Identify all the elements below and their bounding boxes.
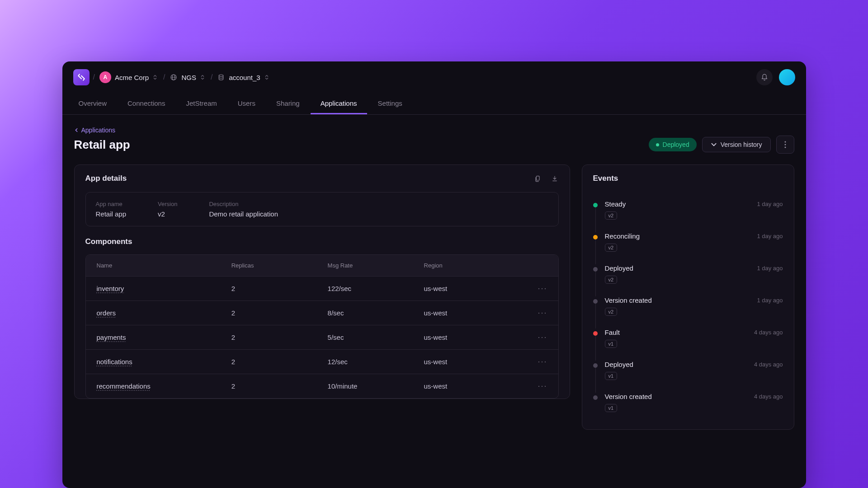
table-row: payments25/secus-west··· <box>86 325 558 349</box>
cell-actions: ··· <box>520 308 547 318</box>
cell-region: us-west <box>424 382 520 390</box>
detail-label: App name <box>96 201 127 207</box>
copy-button[interactable] <box>533 174 542 183</box>
card-action-icons <box>533 174 559 183</box>
event-dot-icon <box>593 203 598 207</box>
breadcrumb-account[interactable]: account_3 <box>217 73 270 81</box>
version-badge: v2 <box>605 308 618 316</box>
breadcrumb-org[interactable]: A Acme Corp <box>99 71 159 83</box>
right-pane: Events Steady1 day agov2Reconciling1 day… <box>582 164 794 430</box>
col-msgrate: Msg Rate <box>328 262 424 269</box>
env-label: NGS <box>181 74 196 81</box>
back-link[interactable]: Applications <box>74 127 794 134</box>
component-name-link[interactable]: inventory <box>97 285 231 292</box>
topbar-actions <box>756 69 795 85</box>
event-time: 1 day ago <box>757 265 783 272</box>
notifications-button[interactable] <box>756 69 773 85</box>
row-more-button[interactable]: ··· <box>538 381 547 391</box>
event-body: Version created4 days agov1 <box>605 393 783 412</box>
event-top: Deployed1 day ago <box>605 264 783 272</box>
nav-tab-applications[interactable]: Applications <box>311 93 367 114</box>
org-avatar: A <box>99 71 111 83</box>
download-button[interactable] <box>551 174 559 183</box>
cell-replicas: 2 <box>231 382 328 390</box>
version-history-button[interactable]: Version history <box>702 137 771 152</box>
cell-region: us-west <box>424 333 520 341</box>
component-name-link[interactable]: payments <box>97 333 231 341</box>
event-item: Deployed4 days agov1 <box>593 354 783 386</box>
cell-replicas: 2 <box>231 333 328 341</box>
row-more-button[interactable]: ··· <box>538 284 547 293</box>
row-more-button[interactable]: ··· <box>538 333 547 342</box>
nav-tab-jetstream[interactable]: JetStream <box>176 93 226 114</box>
event-name: Steady <box>605 200 626 208</box>
cell-region: us-west <box>424 358 520 366</box>
event-name: Deployed <box>605 361 633 368</box>
table-row: notifications212/secus-west··· <box>86 349 558 374</box>
detail-label: Description <box>209 201 278 207</box>
kebab-icon <box>784 141 786 148</box>
user-avatar[interactable] <box>779 69 795 85</box>
components-section: Components Name Replicas Msg Rate Region… <box>75 237 570 399</box>
org-label: Acme Corp <box>115 74 149 81</box>
events-card: Events Steady1 day agov2Reconciling1 day… <box>582 164 794 430</box>
col-replicas: Replicas <box>231 262 328 269</box>
cell-msgrate: 122/sec <box>328 285 424 292</box>
chevron-down-icon <box>711 141 717 148</box>
detail-version: Version v2 <box>158 201 177 218</box>
version-badge: v1 <box>605 372 618 380</box>
row-more-button[interactable]: ··· <box>538 308 547 318</box>
version-badge: v1 <box>605 404 618 412</box>
topbar: / A Acme Corp / NGS / <box>62 61 806 93</box>
breadcrumb-separator: / <box>211 73 212 81</box>
event-time: 4 days ago <box>754 361 783 368</box>
version-history-label: Version history <box>721 141 762 148</box>
page-title: Retail app <box>74 138 130 152</box>
left-pane: App details App name <box>74 164 570 430</box>
breadcrumb-separator: / <box>93 73 95 81</box>
event-time: 1 day ago <box>757 233 783 239</box>
nav-tab-sharing[interactable]: Sharing <box>266 93 310 114</box>
cell-actions: ··· <box>520 333 547 342</box>
nav-tab-connections[interactable]: Connections <box>118 93 175 114</box>
cell-msgrate: 5/sec <box>328 333 424 341</box>
event-top: Version created4 days ago <box>605 393 783 400</box>
table-row: orders28/secus-west··· <box>86 300 558 325</box>
chevron-updown-icon <box>200 74 206 80</box>
cell-actions: ··· <box>520 381 547 391</box>
breadcrumb-env[interactable]: NGS <box>170 73 206 81</box>
cell-msgrate: 8/sec <box>328 309 424 317</box>
chevron-updown-icon <box>152 74 159 80</box>
events-title: Events <box>593 174 618 183</box>
row-more-button[interactable]: ··· <box>538 357 547 366</box>
event-name: Reconciling <box>605 232 640 240</box>
nav-tab-settings[interactable]: Settings <box>368 93 412 114</box>
component-name-link[interactable]: recommendations <box>97 382 231 390</box>
component-name-link[interactable]: notifications <box>97 358 231 366</box>
cell-replicas: 2 <box>231 285 328 292</box>
panel-row: App details App name <box>74 164 794 430</box>
event-name: Version created <box>605 296 652 304</box>
detail-value: Demo retail application <box>209 210 278 218</box>
brand-logo[interactable] <box>73 69 90 85</box>
card-title: App details <box>85 174 127 183</box>
version-badge: v2 <box>605 276 618 284</box>
cell-region: us-west <box>424 309 520 317</box>
detail-app-name: App name Retail app <box>96 201 127 218</box>
nav-tab-users[interactable]: Users <box>228 93 265 114</box>
database-icon <box>217 73 225 81</box>
event-name: Version created <box>605 393 652 400</box>
breadcrumb-separator: / <box>163 73 165 81</box>
cell-replicas: 2 <box>231 309 328 317</box>
col-region: Region <box>424 262 520 269</box>
back-label: Applications <box>81 127 116 134</box>
event-dot-icon <box>593 395 598 400</box>
event-dot-icon <box>593 363 598 368</box>
event-name: Deployed <box>605 264 633 272</box>
component-name-link[interactable]: orders <box>97 309 231 317</box>
nav-tab-overview[interactable]: Overview <box>69 93 117 114</box>
svg-rect-6 <box>536 176 539 180</box>
event-body: Reconciling1 day agov2 <box>605 232 783 252</box>
more-actions-button[interactable] <box>776 136 794 154</box>
event-time: 4 days ago <box>754 329 783 336</box>
